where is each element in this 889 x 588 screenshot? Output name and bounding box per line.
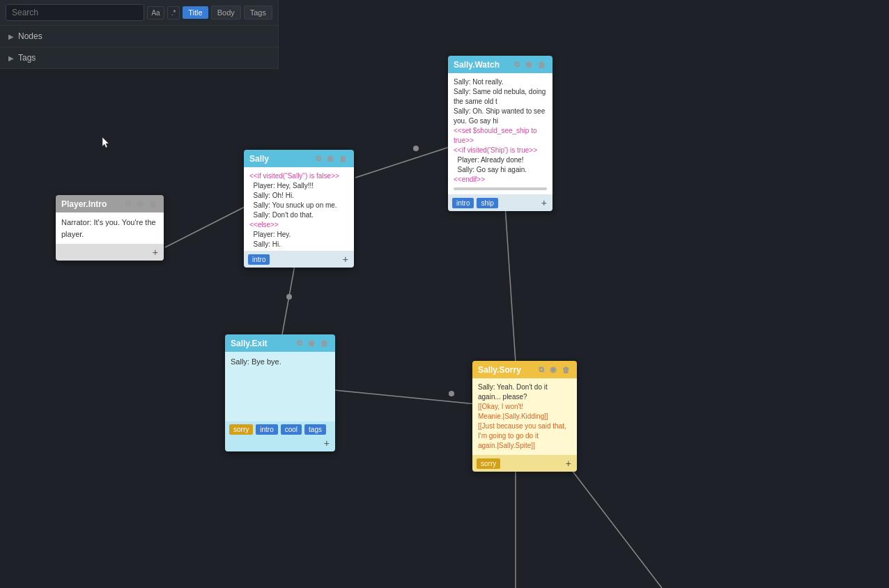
sally-watch-line6: Player: Already done! [454, 155, 547, 165]
tag-sorry-exit[interactable]: sorry [229, 424, 253, 435]
node-sally-add[interactable]: + [341, 254, 350, 265]
svg-line-2 [282, 258, 296, 334]
tag-tags-exit[interactable]: tags [304, 424, 326, 435]
node-sally-exit-add[interactable]: + [323, 438, 331, 449]
tag-intro-sally[interactable]: intro [248, 254, 270, 265]
svg-line-1 [355, 146, 451, 178]
connection-lines [0, 0, 889, 588]
node-sally-exit: Sally.Exit ⧉ ◉ 🗑 Sally: Bye bye. sorry i… [225, 334, 335, 451]
sally-line3: Sally: Oh! Hi. [249, 191, 348, 201]
copy-icon-sally[interactable]: ⧉ [314, 153, 323, 164]
sally-sorry-line2: [[Okay, I won't! Meanie.|Sally.Kidding]] [478, 402, 571, 421]
chevron-tags: ▶ [8, 54, 14, 62]
node-sally-watch-add[interactable]: + [540, 197, 548, 208]
sally-line2: Player: Hey, Sally!!! [249, 181, 348, 191]
node-sally-sorry-body: Sally: Yeah. Don't do it again... please… [472, 378, 577, 455]
node-sally-watch: Sally.Watch ⧉ ◉ 🗑 Sally: Not really. Sal… [448, 56, 552, 211]
node-sally-watch-body: Sally: Not really. Sally: Same old nebul… [448, 73, 552, 194]
sally-watch-line5: <<if visited('Ship') is true>> [454, 146, 547, 155]
trash-icon-sally-watch[interactable]: 🗑 [536, 60, 547, 70]
sally-watch-line7: Sally: Go say hi again. [454, 165, 547, 175]
copy-icon-sally-exit[interactable]: ⧉ [295, 338, 304, 348]
node-sally-title: Sally [249, 154, 269, 164]
chevron-nodes: ▶ [8, 33, 14, 40]
search-bar: Aa .* Title Body Tags [0, 0, 278, 26]
filter-title[interactable]: Title [183, 6, 208, 19]
node-sally-watch-title: Sally.Watch [454, 60, 500, 70]
sally-line4: Sally: You snuck up on me. [249, 201, 348, 210]
node-sally-watch-footer: intro ship + [448, 194, 552, 211]
eye-icon-sally-watch[interactable]: ◉ [524, 59, 534, 70]
trash-icon[interactable]: 🗑 [148, 199, 158, 209]
sally-watch-line4: <<set $should_see_ship to true>> [454, 126, 547, 146]
canvas: Player.Intro ⧉ ◉ 🗑 Narrator: It's you. Y… [0, 0, 889, 588]
svg-point-9 [449, 391, 454, 396]
node-player-intro-footer: + [56, 244, 164, 261]
sally-line7: Player: Hey. [249, 230, 348, 240]
eye-icon-sally-sorry[interactable]: ◉ [548, 364, 558, 375]
node-sally-sorry-title: Sally.Sorry [478, 365, 521, 375]
trash-icon-sally[interactable]: 🗑 [338, 154, 348, 164]
eye-icon-sally-exit[interactable]: ◉ [307, 338, 316, 348]
sally-watch-line8: <<endif>> [454, 175, 547, 185]
sidebar-section-tags[interactable]: ▶ Tags [0, 47, 278, 69]
filter-body[interactable]: Body [211, 6, 241, 20]
svg-line-0 [165, 206, 247, 247]
node-sally-sorry-footer: sorry + [472, 455, 577, 472]
node-player-intro-title: Player.Intro [61, 199, 107, 209]
tag-cool-exit[interactable]: cool [281, 424, 302, 435]
search-input[interactable] [6, 4, 144, 21]
node-sally-body: <<if visited("Sally") is false>> Player:… [244, 167, 354, 251]
sally-sorry-line3: [[Just because you said that, I'm going … [478, 421, 571, 451]
sally-exit-line1: Sally: Bye bye. [231, 356, 330, 368]
node-sally-sorry: Sally.Sorry ⧉ ◉ 🗑 Sally: Yeah. Don't do … [472, 361, 577, 472]
copy-icon-sally-watch[interactable]: ⧉ [513, 59, 521, 70]
copy-icon[interactable]: ⧉ [124, 199, 132, 209]
node-sally-exit-header: Sally.Exit ⧉ ◉ 🗑 [225, 334, 335, 352]
node-player-intro-line1: Narrator: It's you. You're the player. [61, 217, 158, 240]
tag-sorry-sorry[interactable]: sorry [477, 458, 500, 469]
sidebar-nodes-label: Nodes [18, 31, 42, 41]
tag-intro-watch[interactable]: intro [452, 198, 474, 208]
sally-watch-line2: Sally: Same old nebula, doing the same o… [454, 87, 547, 107]
trash-icon-sally-exit[interactable]: 🗑 [319, 339, 330, 348]
regex-button[interactable]: .* [167, 6, 180, 20]
node-sally-exit-footer: sorry intro cool tags + [225, 421, 335, 451]
filter-tags[interactable]: Tags [244, 6, 272, 20]
sally-sorry-line1: Sally: Yeah. Don't do it again... please… [478, 382, 571, 402]
node-sally-footer: intro + [244, 251, 354, 268]
sidebar: Aa .* Title Body Tags ▶ Nodes ▶ Tags [0, 0, 279, 69]
eye-icon[interactable]: ◉ [135, 199, 145, 209]
tag-ship-watch[interactable]: ship [477, 198, 497, 208]
node-player-intro-header: Player.Intro ⧉ ◉ 🗑 [56, 195, 164, 212]
node-sally: Sally ⧉ ◉ 🗑 <<if visited("Sally") is fal… [244, 150, 354, 268]
node-player-intro-body: Narrator: It's you. You're the player. [56, 212, 164, 244]
node-player-intro: Player.Intro ⧉ ◉ 🗑 Narrator: It's you. Y… [56, 195, 164, 261]
node-sally-exit-title: Sally.Exit [231, 339, 267, 348]
svg-line-4 [334, 390, 476, 404]
node-sally-sorry-add[interactable]: + [564, 458, 573, 469]
svg-line-6 [571, 470, 662, 588]
trash-icon-sally-sorry[interactable]: 🗑 [561, 365, 571, 375]
sidebar-tags-label: Tags [18, 53, 36, 63]
node-sally-watch-header: Sally.Watch ⧉ ◉ 🗑 [448, 56, 552, 73]
copy-icon-sally-sorry[interactable]: ⧉ [537, 364, 546, 375]
sally-line5: Sally: Don't do that. [249, 210, 348, 220]
svg-point-8 [413, 146, 419, 151]
aa-button[interactable]: Aa [147, 6, 164, 20]
node-sally-sorry-header: Sally.Sorry ⧉ ◉ 🗑 [472, 361, 577, 378]
sally-line8: Sally: Hi. [249, 240, 348, 249]
sidebar-section-nodes[interactable]: ▶ Nodes [0, 26, 278, 47]
svg-point-7 [286, 294, 292, 300]
eye-icon-sally[interactable]: ◉ [325, 153, 335, 164]
sally-line1: <<if visited("Sally") is false>> [249, 171, 348, 181]
node-player-intro-add[interactable]: + [151, 247, 160, 258]
sally-watch-line1: Sally: Not really. [454, 77, 547, 87]
sally-watch-scrollbar[interactable] [454, 187, 547, 190]
sally-watch-line3: Sally: Oh. Ship wanted to see you. Go sa… [454, 107, 547, 126]
tag-intro-exit[interactable]: intro [256, 424, 277, 435]
node-sally-header: Sally ⧉ ◉ 🗑 [244, 150, 354, 167]
sally-line6: <<else>> [249, 220, 348, 230]
node-sally-exit-body: Sally: Bye bye. [225, 352, 335, 421]
